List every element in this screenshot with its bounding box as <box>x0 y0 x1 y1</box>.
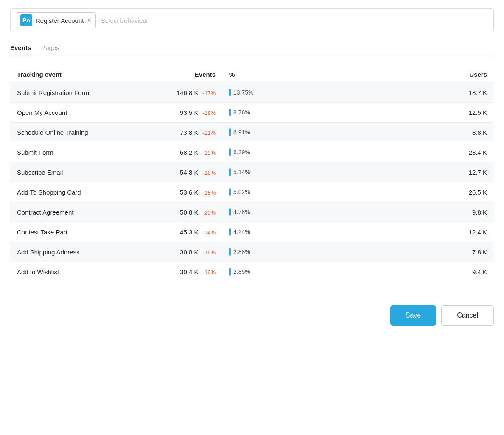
bar-indicator-icon <box>229 128 231 136</box>
percent-cell: 4.24% <box>222 222 307 242</box>
bar-indicator-icon <box>229 208 231 216</box>
percent-cell: 13.75% <box>222 83 307 103</box>
bar-indicator-icon <box>229 168 231 176</box>
event-name-cell: Add To Shopping Card <box>10 182 154 202</box>
event-name-cell: Submit Registration Form <box>10 83 154 103</box>
users-cell: 7.8 K <box>307 242 494 262</box>
events-cell: 93.5 K -18% <box>154 103 222 123</box>
table-row: Subscribe Email 54.8 K -18% 5.14% 12.7 K <box>10 162 494 182</box>
header-bar: Po Register Account × Select behaviour <box>10 8 494 32</box>
tab-events[interactable]: Events <box>10 41 31 56</box>
percent-cell: 4.76% <box>222 202 307 222</box>
col-tracking-event: Tracking event <box>10 67 154 83</box>
bar-indicator-icon <box>229 188 231 196</box>
tag-logo-icon: Po <box>20 14 32 26</box>
tag-chip: Po Register Account × <box>16 12 96 28</box>
event-name-cell: Open My Account <box>10 103 154 123</box>
users-cell: 12.5 K <box>307 103 494 123</box>
percent-cell: 6.91% <box>222 123 307 142</box>
events-table: Tracking event Events % Users Submit Reg… <box>10 67 494 282</box>
events-cell: 73.8 K -21% <box>154 123 222 142</box>
tab-pages[interactable]: Pages <box>41 41 59 56</box>
event-name-cell: Add Shipping Address <box>10 242 154 262</box>
events-cell: 45.3 K -14% <box>154 222 222 242</box>
users-cell: 12.4 K <box>307 222 494 242</box>
behaviour-placeholder[interactable]: Select behaviour <box>101 17 488 24</box>
col-percent: % <box>222 67 307 83</box>
users-cell: 26.5 K <box>307 182 494 202</box>
percent-cell: 8.76% <box>222 103 307 123</box>
table-row: Contest Take Part 45.3 K -14% 4.24% 12.4… <box>10 222 494 242</box>
table-row: Schedule Online Training 73.8 K -21% 6.9… <box>10 123 494 142</box>
users-cell: 9.8 K <box>307 202 494 222</box>
bar-indicator-icon <box>229 268 231 276</box>
users-cell: 18.7 K <box>307 83 494 103</box>
percent-cell: 2.88% <box>222 242 307 262</box>
table-row: Submit Registration Form 146.8 K -17% 13… <box>10 83 494 103</box>
events-cell: 68.2 K -19% <box>154 142 222 162</box>
event-name-cell: Subscribe Email <box>10 162 154 182</box>
events-cell: 54.8 K -18% <box>154 162 222 182</box>
table-row: Add To Shopping Card 53.6 K -18% 5.02% 2… <box>10 182 494 202</box>
save-button[interactable]: Save <box>390 305 436 326</box>
table-row: Contract Agreement 50.8 K -20% 4.76% 9.8… <box>10 202 494 222</box>
tag-label: Register Account <box>36 17 84 24</box>
bar-indicator-icon <box>229 148 231 156</box>
users-cell: 12.7 K <box>307 162 494 182</box>
bar-indicator-icon <box>229 89 231 96</box>
col-events: Events <box>154 67 222 83</box>
table-row: Submit Form 68.2 K -19% 6.39% 28.4 K <box>10 142 494 162</box>
users-cell: 9.4 K <box>307 262 494 282</box>
bar-indicator-icon <box>229 109 231 116</box>
bar-indicator-icon <box>229 228 231 236</box>
events-cell: 30.4 K -19% <box>154 262 222 282</box>
event-name-cell: Contest Take Part <box>10 222 154 242</box>
users-cell: 8.8 K <box>307 123 494 142</box>
table-row: Add to Wishlist 30.4 K -19% 2.85% 9.4 K <box>10 262 494 282</box>
col-users: Users <box>307 67 494 83</box>
events-cell: 30.8 K -16% <box>154 242 222 262</box>
events-cell: 50.8 K -20% <box>154 202 222 222</box>
bar-indicator-icon <box>229 248 231 256</box>
close-icon[interactable]: × <box>87 17 91 24</box>
users-cell: 28.4 K <box>307 142 494 162</box>
percent-cell: 2.85% <box>222 262 307 282</box>
events-cell: 53.6 K -18% <box>154 182 222 202</box>
footer-actions: Save Cancel <box>10 298 494 326</box>
event-name-cell: Submit Form <box>10 142 154 162</box>
table-row: Add Shipping Address 30.8 K -16% 2.88% 7… <box>10 242 494 262</box>
event-name-cell: Contract Agreement <box>10 202 154 222</box>
events-cell: 146.8 K -17% <box>154 83 222 103</box>
table-row: Open My Account 93.5 K -18% 8.76% 12.5 K <box>10 103 494 123</box>
tabs-bar: Events Pages <box>10 41 494 56</box>
percent-cell: 5.14% <box>222 162 307 182</box>
percent-cell: 5.02% <box>222 182 307 202</box>
cancel-button[interactable]: Cancel <box>441 305 494 326</box>
percent-cell: 6.39% <box>222 142 307 162</box>
event-name-cell: Add to Wishlist <box>10 262 154 282</box>
event-name-cell: Schedule Online Training <box>10 123 154 142</box>
